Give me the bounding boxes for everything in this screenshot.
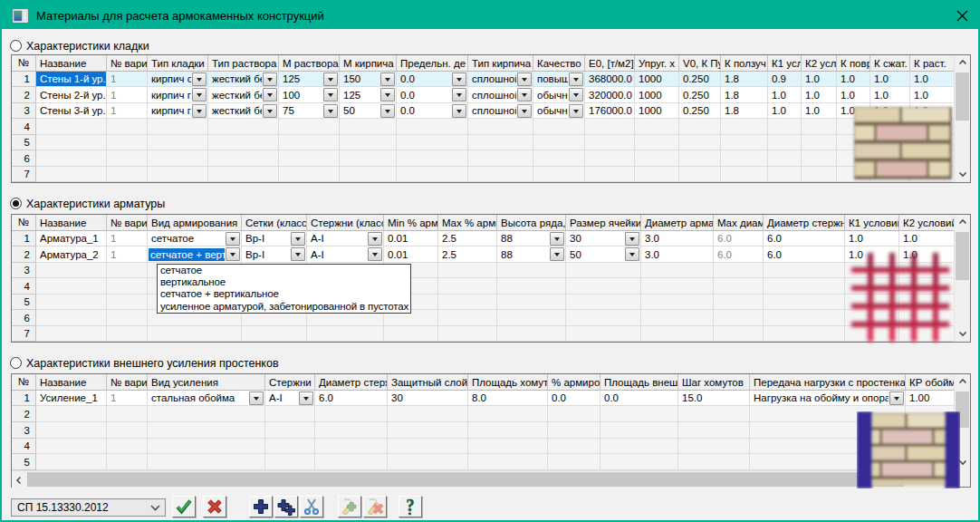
table-cell[interactable]: сплошной — [468, 87, 533, 103]
row-number[interactable]: 2 — [12, 406, 36, 422]
table-cell[interactable] — [107, 295, 148, 311]
table-cell[interactable] — [721, 167, 768, 183]
column-header[interactable]: № — [12, 374, 36, 391]
table-cell[interactable]: А-I — [307, 231, 384, 247]
table-cell[interactable]: жесткий бетонный — [208, 72, 279, 88]
table-cell[interactable] — [768, 167, 802, 183]
table-cell[interactable]: 1.0 — [910, 72, 956, 88]
table-cell[interactable] — [497, 263, 566, 279]
table-cell[interactable] — [265, 454, 315, 470]
table-cell[interactable] — [107, 150, 148, 167]
column-header[interactable]: Вид усиления — [148, 374, 265, 391]
row-number[interactable]: 1 — [12, 72, 36, 88]
table-cell[interactable]: 1.0 — [768, 87, 802, 103]
table-cell[interactable] — [533, 135, 585, 151]
column-header[interactable]: М раствора — [279, 55, 340, 72]
add-row-button[interactable] — [249, 496, 273, 517]
column-header[interactable]: V0, К Пу — [679, 55, 721, 72]
table-cell[interactable]: Вр-I — [242, 246, 307, 263]
table-cell[interactable]: 1 — [107, 72, 148, 88]
table-cell[interactable] — [566, 295, 641, 311]
table-cell[interactable] — [641, 326, 714, 343]
table-cell[interactable]: 3.0 — [641, 246, 714, 263]
table-cell[interactable] — [340, 135, 397, 151]
cell-dropdown-button[interactable] — [299, 392, 313, 405]
cell-dropdown-button[interactable] — [226, 247, 240, 261]
table-cell[interactable] — [36, 422, 107, 439]
cell-dropdown-button[interactable] — [517, 88, 532, 102]
table-cell[interactable] — [468, 439, 548, 455]
row-number[interactable]: 5 — [12, 454, 36, 470]
table-cell[interactable] — [107, 135, 148, 151]
table-cell[interactable] — [497, 326, 566, 343]
table-cell[interactable]: сетчатое — [148, 231, 242, 247]
table-cell[interactable]: кирпич глиняный — [148, 87, 208, 103]
strengthening-radio[interactable] — [10, 357, 22, 369]
table-cell[interactable] — [635, 135, 679, 151]
table-cell[interactable] — [208, 167, 279, 183]
table-cell[interactable]: 1 — [107, 231, 148, 247]
table-cell[interactable]: жесткий бетонный — [208, 103, 279, 120]
table-cell[interactable] — [397, 119, 468, 135]
row-number[interactable]: 7 — [12, 326, 36, 343]
scroll-down-button[interactable] — [955, 167, 970, 182]
table-cell[interactable] — [678, 422, 750, 439]
row-number[interactable]: 6 — [12, 310, 36, 326]
table-cell[interactable] — [714, 326, 764, 343]
table-cell[interactable] — [600, 406, 678, 422]
cell-dropdown-button[interactable] — [569, 88, 583, 102]
row-number[interactable]: 1 — [12, 391, 36, 407]
table-cell[interactable] — [641, 263, 714, 279]
cell-dropdown-button[interactable] — [625, 247, 639, 261]
table-cell[interactable] — [315, 439, 388, 455]
table-cell[interactable]: 3.0 — [641, 231, 714, 247]
table-cell[interactable] — [265, 406, 315, 422]
table-cell[interactable]: 0.250 — [679, 72, 721, 88]
table-cell[interactable] — [315, 422, 388, 439]
cell-dropdown-button[interactable] — [323, 88, 338, 102]
table-cell[interactable]: 320000.0 — [585, 87, 635, 103]
table-cell[interactable] — [468, 135, 533, 151]
table-cell[interactable] — [585, 167, 635, 183]
cell-dropdown-button[interactable] — [517, 72, 532, 86]
column-header[interactable]: Площадь хомуто — [468, 374, 548, 391]
row-number[interactable]: 6 — [12, 150, 36, 167]
table-cell[interactable]: 1.00 — [906, 391, 956, 407]
table-cell[interactable]: Нагрузка на обойму и опора на — [750, 391, 906, 407]
table-cell[interactable]: кирпич глиняный — [148, 103, 208, 120]
table-cell[interactable]: 6.0 — [764, 246, 845, 263]
table-cell[interactable] — [438, 310, 497, 326]
column-header[interactable]: № вари — [107, 374, 148, 391]
table-cell[interactable] — [36, 263, 107, 279]
scrollbar-thumb[interactable] — [956, 232, 969, 280]
table-cell[interactable] — [36, 167, 107, 183]
table-cell[interactable] — [107, 454, 148, 470]
table-cell[interactable] — [714, 310, 764, 326]
table-cell[interactable]: 6.0 — [764, 231, 845, 247]
column-header[interactable]: Название — [36, 55, 107, 72]
table-cell[interactable]: 1.0 — [870, 87, 910, 103]
cell-dropdown-button[interactable] — [263, 72, 277, 86]
table-cell[interactable] — [148, 326, 242, 343]
table-cell[interactable]: 2.5 — [438, 231, 497, 247]
table-cell[interactable] — [279, 135, 340, 151]
table-cell[interactable]: 0.0 — [397, 103, 468, 120]
table-cell[interactable] — [566, 310, 641, 326]
row-number[interactable]: 4 — [12, 119, 36, 135]
masonry-radio[interactable] — [10, 40, 22, 52]
cell-dropdown-button[interactable] — [323, 72, 338, 86]
table-cell[interactable]: 1 — [107, 103, 148, 120]
table-cell[interactable]: Арматура_1 — [36, 231, 107, 247]
scrollbar-thumb[interactable] — [27, 472, 904, 487]
cell-dropdown-button[interactable] — [263, 88, 277, 102]
table-cell[interactable]: 2.5 — [438, 246, 497, 263]
table-cell[interactable] — [438, 295, 497, 311]
table-cell[interactable] — [764, 278, 845, 295]
table-cell[interactable]: сплошной — [468, 72, 533, 88]
table-cell[interactable] — [600, 454, 678, 470]
table-cell[interactable] — [497, 278, 566, 295]
vertical-scrollbar[interactable] — [954, 215, 970, 342]
column-header[interactable]: % армиро — [548, 374, 600, 391]
table-cell[interactable] — [397, 167, 468, 183]
table-cell[interactable] — [678, 439, 750, 455]
